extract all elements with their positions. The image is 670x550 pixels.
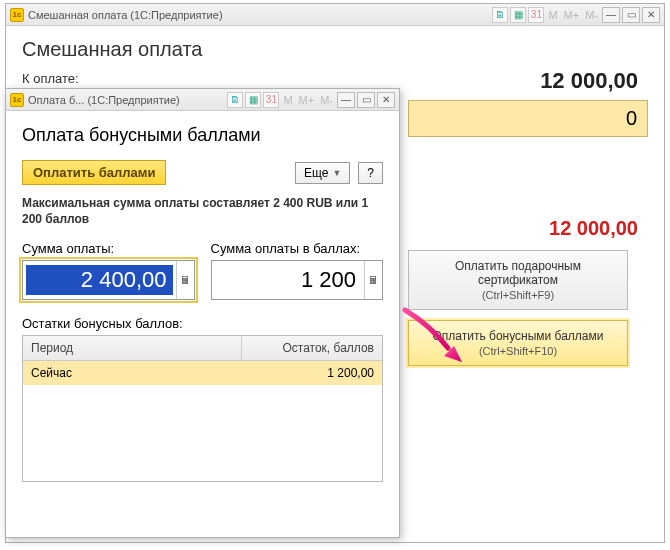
calculator-icon[interactable]: 🖩: [176, 261, 194, 299]
points-input[interactable]: 1 200 🖩: [211, 260, 384, 300]
memory-mplus-icon[interactable]: M+: [562, 9, 582, 21]
pay-bonus-button[interactable]: Оплатить бонусными баллами (Ctrl+Shift+F…: [408, 320, 628, 366]
table-header-balance[interactable]: Остаток, баллов: [242, 336, 382, 360]
grid-icon[interactable]: ▦: [245, 92, 261, 108]
dialog-heading: Оплата бонусными баллами: [22, 125, 383, 146]
pay-certificate-label: Оплатить подарочным сертификатом: [415, 259, 621, 287]
bonus-dialog: 1c Оплата б... (1С:Предприятие) 🗎 ▦ 31 M…: [5, 88, 400, 538]
max-info-text: Максимальная сумма оплаты составляет 2 4…: [22, 195, 383, 227]
to-return-value: 12 000,00: [408, 217, 648, 240]
app-icon: 1c: [10, 8, 24, 22]
pay-certificate-shortcut: (Ctrl+Shift+F9): [415, 289, 621, 301]
yellow-input-field[interactable]: 0: [408, 100, 648, 137]
memory-mminus-icon[interactable]: M-: [583, 9, 600, 21]
more-button-label: Еще: [304, 166, 328, 180]
pay-bonus-label: Оплатить бонусными баллами: [415, 329, 621, 343]
table-cell-balance: 1 200,00: [242, 361, 382, 385]
remaining-label: Остатки бонусных баллов:: [22, 316, 383, 331]
calendar-icon[interactable]: 31: [263, 92, 279, 108]
main-window-title: Смешанная оплата (1С:Предприятие): [28, 9, 223, 21]
minimize-icon[interactable]: —: [602, 7, 620, 23]
table-row[interactable]: Сейчас 1 200,00: [23, 361, 382, 385]
close-icon[interactable]: ✕: [642, 7, 660, 23]
maximize-icon[interactable]: ▭: [357, 92, 375, 108]
pay-bonus-shortcut: (Ctrl+Shift+F10): [415, 345, 621, 357]
main-titlebar: 1c Смешанная оплата (1С:Предприятие) 🗎 ▦…: [6, 4, 664, 26]
table-header-period[interactable]: Период: [23, 336, 242, 360]
memory-m-icon[interactable]: M: [281, 94, 294, 106]
amount-input[interactable]: 2 400,00 🖩: [22, 260, 195, 300]
pay-with-points-button[interactable]: Оплатить баллами: [22, 160, 166, 185]
dialog-window-title: Оплата б... (1С:Предприятие): [28, 94, 180, 106]
dialog-titlebar: 1c Оплата б... (1С:Предприятие) 🗎 ▦ 31 M…: [6, 89, 399, 111]
main-heading: Смешанная оплата: [22, 38, 648, 61]
doc-icon[interactable]: 🗎: [492, 7, 508, 23]
chevron-down-icon: ▼: [332, 168, 341, 178]
maximize-icon[interactable]: ▭: [622, 7, 640, 23]
balance-table: Период Остаток, баллов Сейчас 1 200,00: [22, 335, 383, 482]
pay-certificate-button[interactable]: Оплатить подарочным сертификатом (Ctrl+S…: [408, 250, 628, 310]
memory-m-icon[interactable]: M: [546, 9, 559, 21]
to-pay-value: 12 000,00: [408, 64, 648, 98]
memory-mplus-icon[interactable]: M+: [297, 94, 317, 106]
help-button[interactable]: ?: [358, 162, 383, 184]
doc-icon[interactable]: 🗎: [227, 92, 243, 108]
close-icon[interactable]: ✕: [377, 92, 395, 108]
amount-value: 2 400,00: [26, 265, 173, 295]
more-button[interactable]: Еще ▼: [295, 162, 350, 184]
amount-label: Сумма оплаты:: [22, 241, 195, 256]
grid-icon[interactable]: ▦: [510, 7, 526, 23]
minimize-icon[interactable]: —: [337, 92, 355, 108]
calendar-icon[interactable]: 31: [528, 7, 544, 23]
points-value: 1 200: [212, 267, 365, 293]
calculator-icon[interactable]: 🖩: [364, 261, 382, 299]
points-label: Сумма оплаты в баллах:: [211, 241, 384, 256]
app-icon: 1c: [10, 93, 24, 107]
table-cell-period: Сейчас: [23, 361, 242, 385]
memory-mminus-icon[interactable]: M-: [318, 94, 335, 106]
